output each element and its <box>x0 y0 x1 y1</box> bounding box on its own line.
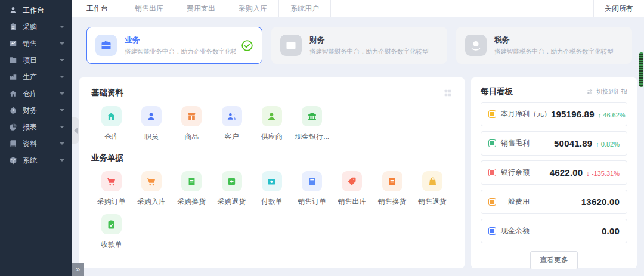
stat-change-percent: 46.62% <box>603 111 625 119</box>
coin-icon <box>465 35 487 56</box>
stat-label: 本月净利（元） <box>501 109 551 119</box>
wallet-icon <box>280 35 302 56</box>
module-card-subtitle: 搭建智能业务中台，助力企业务数字化转型 <box>125 48 236 56</box>
stat-value: 0.00 <box>602 226 620 236</box>
cube-icon <box>9 156 17 165</box>
module-card-subtitle: 搭建智能税务中台，助力企税务数字化转型 <box>494 48 623 56</box>
shortcut-tile[interactable]: 采购订单 <box>91 171 131 207</box>
shortcut-tile[interactable]: 销售订单 <box>292 171 332 207</box>
module-cards-row: 业务 搭建智能业务中台，助力企业务数字化转型 财务 搭建智能财务中台，助力企财务… <box>86 27 632 64</box>
stat-label: 一般费用 <box>501 197 530 207</box>
shortcut-tile-label: 供应商 <box>261 132 283 142</box>
sidebar-item-label: 报表 <box>23 122 37 132</box>
sidebar-item-label: 工作台 <box>23 5 44 15</box>
shortcut-tile[interactable]: 供应商 <box>252 106 292 142</box>
tab[interactable]: 采购入库 <box>227 0 279 17</box>
trend-arrow-icon: ↓ <box>586 170 590 177</box>
sidebar-item[interactable]: 仓库 <box>0 85 72 102</box>
shortcut-tile[interactable]: 商品 <box>172 106 212 142</box>
shortcut-tile[interactable]: 客户 <box>212 106 252 142</box>
shortcut-tile-label: 销售订单 <box>298 197 326 207</box>
chevrons-right-icon: » <box>76 265 80 274</box>
shortcut-tiles: 仓库 职员 商品 客户 供应商 现金银行... <box>91 106 453 149</box>
sidebar-item-label: 系统 <box>23 156 37 166</box>
factory-icon <box>9 73 17 81</box>
stat-change-percent: -135.31% <box>592 170 620 177</box>
shortcut-tile[interactable]: 采购换货 <box>172 171 212 207</box>
pie-icon <box>9 123 17 131</box>
chevron-down-icon <box>60 26 64 28</box>
daily-board-stats: 本月净利（元） 195196.89 ↑ 46.62% 销售毛利 50041.89… <box>481 102 627 243</box>
scrollbar-thumb[interactable] <box>639 52 643 87</box>
module-card-title: 财务 <box>309 35 438 45</box>
shortcut-tile[interactable]: 仓库 <box>91 106 131 142</box>
sidebar-item[interactable]: 报表 <box>0 119 72 135</box>
sidebar-item-label: 财务 <box>23 106 37 116</box>
box-return-icon <box>222 171 242 191</box>
sidebar-collapse-handle[interactable] <box>72 117 79 144</box>
switch-icon <box>586 88 594 96</box>
tab[interactable]: 销售出库 <box>123 0 175 17</box>
folder-icon <box>9 56 17 64</box>
stat-dot-square-icon <box>488 169 496 176</box>
module-card-title: 税务 <box>494 35 623 45</box>
shortcut-tile-label: 付款单 <box>261 197 283 207</box>
shortcut-tile[interactable]: 采购入库 <box>131 171 171 207</box>
tab-bar: 工作台销售出库费用支出采购入库系统用户 关闭所有 <box>72 0 644 17</box>
module-card-title: 业务 <box>125 35 236 45</box>
stat-change-percent: 0.82% <box>601 141 620 148</box>
doc-icon <box>181 171 202 191</box>
shortcut-tile[interactable]: 付款单 <box>252 171 292 207</box>
tab[interactable]: 工作台 <box>72 0 123 17</box>
stat-change: ↓ -135.31% <box>586 170 620 177</box>
sidebar-item[interactable]: 财务 <box>0 102 72 119</box>
tab[interactable]: 系统用户 <box>279 0 331 17</box>
shortcut-tile[interactable]: 销售出库 <box>332 171 372 207</box>
switch-to-report-button[interactable]: 切换到汇报 <box>586 88 628 96</box>
sidebar: 工作台 采购 销售 项目 生产 仓库 财务 报表 资料 系统 <box>0 0 72 276</box>
shortcut-tile-label: 采购订单 <box>97 197 126 207</box>
sidebar-item[interactable]: 资料 <box>0 135 72 152</box>
module-card[interactable]: 财务 搭建智能财务中台，助力企财务数字化转型 <box>271 27 447 64</box>
shortcut-tile[interactable]: 职员 <box>131 106 171 142</box>
stat-label: 银行余额 <box>501 168 530 178</box>
clipboard-icon <box>9 23 17 31</box>
stat-value: 4622.00 <box>550 168 583 178</box>
trend-arrow-icon: ↑ <box>596 141 599 148</box>
shortcut-tile[interactable]: 销售换货 <box>372 171 412 207</box>
stopwatch-icon <box>9 106 17 114</box>
stat-value: 195196.89 <box>551 109 595 119</box>
sidebar-item[interactable]: 工作台 <box>0 2 72 18</box>
module-card[interactable]: 税务 搭建智能税务中台，助力企税务数字化转型 <box>456 27 632 64</box>
stat-row: 本月净利（元） 195196.89 ↑ 46.62% <box>481 102 627 126</box>
sidebar-item[interactable]: 采购 <box>0 18 72 35</box>
sidebar-item[interactable]: 项目 <box>0 52 72 69</box>
expand-button[interactable]: » <box>72 263 84 276</box>
chevron-down-icon <box>60 142 64 145</box>
sidebar-item[interactable]: 销售 <box>0 35 72 52</box>
shortcut-tile[interactable]: 采购退货 <box>212 171 252 207</box>
tab[interactable]: 费用支出 <box>175 0 227 17</box>
sidebar-item[interactable]: 生产 <box>0 69 72 85</box>
sidebar-item[interactable]: 系统 <box>0 152 72 169</box>
module-card[interactable]: 业务 搭建智能业务中台，助力企业务数字化转型 <box>86 27 262 64</box>
shortcut-tile-label: 销售退货 <box>418 197 447 207</box>
chevron-down-icon <box>60 159 64 162</box>
cart-icon <box>141 171 162 191</box>
view-more-button[interactable]: 查看更多 <box>530 251 578 269</box>
cart-icon <box>101 171 122 191</box>
bank-icon <box>302 106 322 126</box>
shortcut-tile-label: 客户 <box>225 132 239 142</box>
shortcut-tile[interactable]: 现金银行... <box>292 106 332 142</box>
chevron-down-icon <box>60 59 64 61</box>
module-card-subtitle: 搭建智能财务中台，助力企财务数字化转型 <box>309 48 438 56</box>
grid-icon[interactable] <box>443 88 453 98</box>
shortcut-tile-label: 采购退货 <box>218 197 246 207</box>
people-icon <box>222 106 242 126</box>
shortcut-tile[interactable]: 收款单 <box>91 214 131 250</box>
stat-row: 销售毛利 50041.89 ↑ 0.82% <box>481 131 627 156</box>
stat-change: ↑ 46.62% <box>598 111 626 119</box>
trend-arrow-icon: ↑ <box>598 111 602 119</box>
shortcut-tile[interactable]: 销售退货 <box>412 171 452 207</box>
close-all-button[interactable]: 关闭所有 <box>593 0 644 17</box>
